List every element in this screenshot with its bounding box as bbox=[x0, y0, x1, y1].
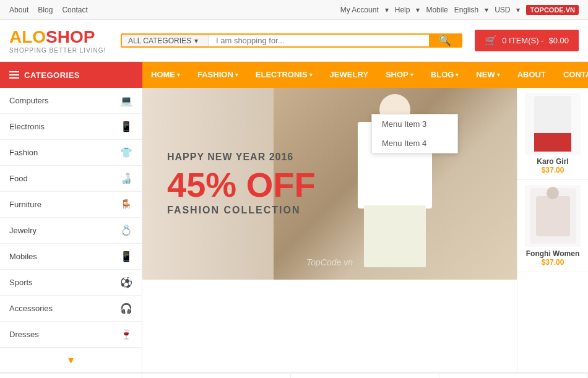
chevron-down-icon: ▾ bbox=[497, 62, 500, 88]
product-card-3[interactable] bbox=[439, 374, 588, 378]
main-content: Computers 💻 Electronis 📱 Fashion 👕 Food … bbox=[0, 88, 588, 372]
sidebar-more[interactable]: ▾ bbox=[0, 348, 142, 372]
nav-jewelry[interactable]: JEWELRY bbox=[321, 62, 377, 88]
logo-alo: ALO bbox=[9, 27, 46, 46]
categories-label: CATEGORIES bbox=[24, 71, 80, 80]
karo-product-name: Karo Girl bbox=[522, 157, 583, 166]
cart-button[interactable]: 🛒 0 ITEM(S) - $0.00 bbox=[475, 30, 579, 51]
chevron-down-icon: ▾ bbox=[177, 62, 180, 88]
blog-link[interactable]: Blog bbox=[38, 6, 53, 14]
sidebar-item-dresses[interactable]: Dresses 🍷 bbox=[0, 322, 142, 348]
cart-icon: 🛒 bbox=[485, 35, 497, 46]
nav-home[interactable]: HOME ▾ bbox=[142, 62, 189, 88]
top-bar-links: About Blog Contact bbox=[9, 6, 88, 14]
site-badge: TOPCODE.VN bbox=[526, 5, 579, 15]
hero-banner: HAPPY NEW YEAR 2016 45% OFF FASHION COLL… bbox=[142, 88, 517, 280]
about-link[interactable]: About bbox=[9, 6, 28, 14]
furniture-icon: 🪑 bbox=[120, 199, 132, 210]
karo-pants-img bbox=[534, 133, 571, 152]
sidebar-item-food[interactable]: Food 🍶 bbox=[0, 166, 142, 192]
fonghi-product-price: $37.00 bbox=[522, 258, 583, 267]
fonghi-shape bbox=[536, 196, 570, 236]
cart-label: 0 ITEM(S) - bbox=[502, 36, 543, 45]
tshirt-icon: 👕 bbox=[120, 147, 132, 158]
product-card-2[interactable] bbox=[291, 374, 439, 378]
model-pants bbox=[364, 205, 426, 267]
accessories-icon: 🎧 bbox=[120, 303, 132, 314]
hero-text: HAPPY NEW YEAR 2016 45% OFF FASHION COLL… bbox=[142, 133, 340, 234]
sidebar-item-furniture[interactable]: Furniture 🪑 bbox=[0, 192, 142, 218]
header: ALOSHOP SHOPPING BETTER LIVING! ALL CATE… bbox=[0, 20, 588, 62]
sidebar-item-computers[interactable]: Computers 💻 bbox=[0, 88, 142, 114]
sidebar-item-mobiles[interactable]: Mobiles 📱 bbox=[0, 244, 142, 270]
sidebar-item-jewelry[interactable]: Jewelry 💍 bbox=[0, 218, 142, 244]
main-nav: CATEGORIES HOME ▾ FASHION ▾ ELECTRONIS ▾… bbox=[0, 62, 588, 88]
side-product-fonghi[interactable]: Fonghi Women $37.00 bbox=[517, 180, 588, 272]
bottom-section: PRODUCT BEST SELLERS NEW ARRIVALS C bbox=[0, 372, 588, 378]
nav-shop[interactable]: SHOP ▾ bbox=[377, 62, 422, 88]
contact-link[interactable]: Contact bbox=[62, 6, 87, 14]
karo-top-img bbox=[534, 96, 571, 133]
fonghi-head-neck bbox=[547, 187, 559, 199]
logo[interactable]: ALOSHOP SHOPPING BETTER LIVING! bbox=[9, 27, 108, 54]
product-card-1[interactable] bbox=[142, 374, 291, 378]
chevron-down-icon: ▾ bbox=[194, 37, 198, 45]
fonghi-product-name: Fonghi Women bbox=[522, 249, 583, 258]
search-button[interactable]: 🔍 bbox=[429, 35, 461, 46]
hamburger-icon bbox=[9, 71, 19, 79]
content-area: Menu Item 3 Menu Item 4 HAPPY NEW YEAR 2… bbox=[142, 88, 517, 372]
phone-icon: 📱 bbox=[120, 121, 132, 132]
sidebar-item-fashion[interactable]: Fashion 👕 bbox=[0, 140, 142, 166]
side-products: Karo Girl $37.00 Fonghi Women $37.00 bbox=[517, 88, 588, 372]
sports-icon: ⚽ bbox=[120, 277, 132, 288]
chevron-down-icon: ▾ bbox=[410, 62, 413, 88]
fonghi-sweater bbox=[536, 196, 570, 236]
fonghi-figure bbox=[530, 188, 576, 244]
karo-product-image bbox=[525, 93, 581, 155]
hero-watermark: TopCode.vn bbox=[306, 257, 353, 267]
side-product-karo[interactable]: Karo Girl $37.00 bbox=[517, 88, 588, 180]
karo-product-price: $37.00 bbox=[522, 166, 583, 174]
dropdown-item-3[interactable]: Menu Item 3 bbox=[372, 114, 457, 134]
currency-selector[interactable]: USD bbox=[495, 6, 510, 14]
category-label: ALL CATEGORIES bbox=[128, 37, 191, 45]
hero-subtitle: HAPPY NEW YEAR 2016 bbox=[167, 152, 316, 163]
dresses-icon: 🍷 bbox=[120, 329, 132, 340]
nav-electronis[interactable]: ELECTRONIS ▾ bbox=[247, 62, 321, 88]
search-input[interactable] bbox=[209, 35, 429, 46]
hero-collection: FASHION COLLECTION bbox=[167, 205, 316, 216]
jewelry-icon: 💍 bbox=[120, 225, 132, 236]
chevron-down-icon: ▾ bbox=[68, 353, 74, 367]
nav-new[interactable]: NEW ▾ bbox=[467, 62, 508, 88]
help-link[interactable]: Help bbox=[395, 6, 410, 14]
category-dropdown[interactable]: ALL CATEGORIES ▾ bbox=[122, 35, 209, 46]
sidebar: Computers 💻 Electronis 📱 Fashion 👕 Food … bbox=[0, 88, 142, 372]
fonghi-product-image bbox=[525, 185, 581, 247]
nav-links: HOME ▾ FASHION ▾ ELECTRONIS ▾ JEWELRY SH… bbox=[142, 62, 588, 88]
food-icon: 🍶 bbox=[120, 173, 132, 184]
nav-about[interactable]: ABOUT bbox=[509, 62, 555, 88]
chevron-down-icon: ▾ bbox=[456, 62, 459, 88]
nav-fashion[interactable]: FASHION ▾ bbox=[189, 62, 247, 88]
top-bar: About Blog Contact My Account ▾ Help ▾ M… bbox=[0, 0, 588, 20]
sidebar-item-accessories[interactable]: Accessories 🎧 bbox=[0, 296, 142, 322]
karo-figure bbox=[534, 96, 571, 152]
mobile-link[interactable]: Mobile bbox=[426, 6, 447, 14]
product-sidebar: PRODUCT BEST SELLERS NEW ARRIVALS bbox=[0, 374, 142, 378]
categories-nav[interactable]: CATEGORIES bbox=[0, 62, 142, 88]
sidebar-item-sports[interactable]: Sports ⚽ bbox=[0, 270, 142, 296]
hero-discount: 45% OFF bbox=[167, 168, 316, 202]
computer-icon: 💻 bbox=[120, 95, 132, 106]
sidebar-item-electronis[interactable]: Electronis 📱 bbox=[0, 114, 142, 140]
nav-blog[interactable]: BLOG ▾ bbox=[422, 62, 468, 88]
dropdown-item-4[interactable]: Menu Item 4 bbox=[372, 134, 457, 153]
mobile-icon: 📱 bbox=[120, 251, 132, 262]
search-bar: ALL CATEGORIES ▾ 🔍 bbox=[121, 33, 462, 48]
logo-shop: SHOP bbox=[46, 27, 95, 46]
nav-contact[interactable]: CONTACT bbox=[555, 62, 588, 88]
my-account-link[interactable]: My Account bbox=[340, 6, 379, 14]
language-selector[interactable]: English bbox=[454, 6, 478, 14]
cart-price: $0.00 bbox=[548, 36, 569, 45]
search-icon: 🔍 bbox=[439, 35, 451, 46]
logo-tagline: SHOPPING BETTER LIVING! bbox=[9, 47, 108, 54]
